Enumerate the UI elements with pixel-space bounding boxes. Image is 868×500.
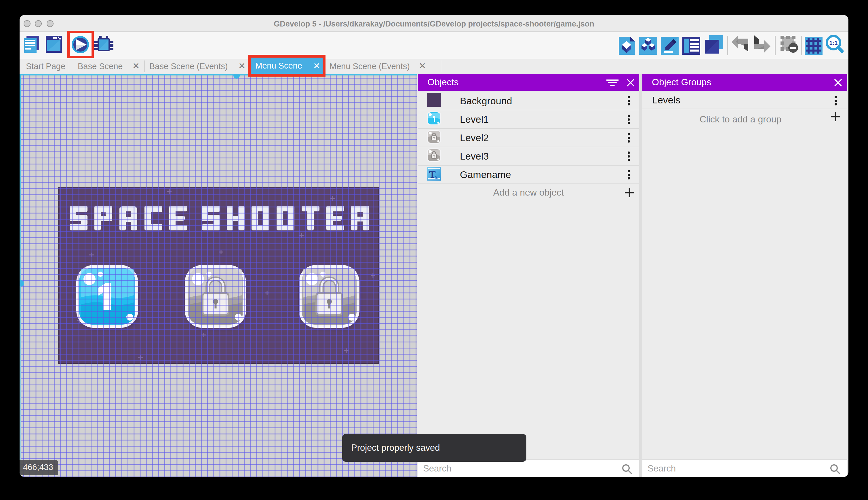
- svg-text:x: x: [435, 173, 438, 180]
- svg-text:1:1: 1:1: [830, 40, 838, 46]
